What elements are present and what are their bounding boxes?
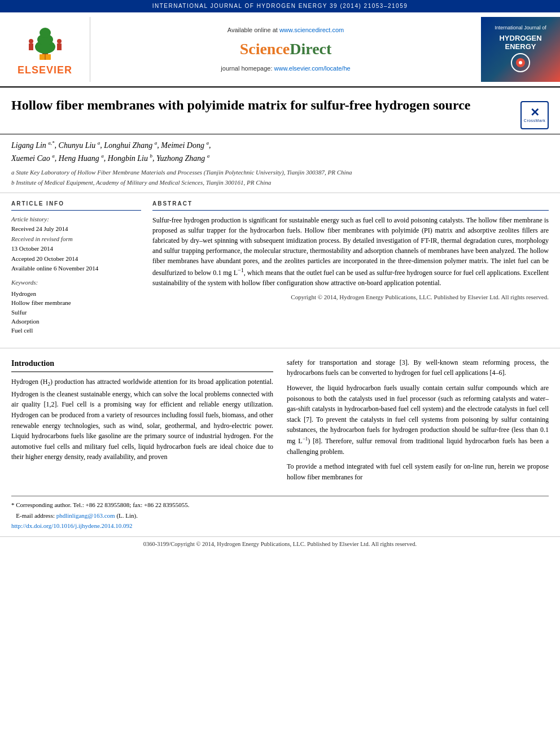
article-info-header: Article Info (11, 200, 141, 211)
bottom-copyright: 0360-3199/Copyright © 2014, Hydrogen Ene… (143, 541, 417, 547)
journal-logo-box: International Journal of HYDROGENENERGY (481, 17, 560, 82)
available-online-text: Available online at www.sciencedirect.co… (228, 26, 344, 34)
svg-point-3 (40, 28, 51, 38)
elsevier-wordmark: ELSEVIER (18, 63, 72, 77)
authors-section: Ligang Lin a,*, Chunyu Liu a, Longhui Zh… (0, 134, 560, 193)
sciencedirect-url: www.sciencedirect.com (279, 27, 344, 33)
footnote-corresponding: * Corresponding author. Tel.: +86 22 839… (11, 501, 549, 509)
page-header: ELSEVIER Available online at www.science… (0, 12, 560, 88)
article-info-col: Article Info Article history: Received 2… (11, 200, 141, 341)
email-link[interactable]: phdlinligang@163.com (56, 512, 115, 519)
abstract-text: Sulfur-free hydrogen production is signi… (152, 215, 549, 302)
intro-text-right-1: safety for transportation and storage [3… (287, 357, 549, 378)
header-middle: Available online at www.sciencedirect.co… (90, 17, 481, 82)
svg-point-6 (57, 39, 62, 43)
intro-title: Introduction (11, 357, 273, 373)
accepted-date: Accepted 20 October 2014 (11, 255, 141, 263)
received-date: Received 24 July 2014 (11, 225, 141, 233)
elsevier-tree-icon (23, 21, 68, 61)
journal-homepage-link[interactable]: www.elsevier.com/locate/he (274, 65, 351, 72)
affiliation-a: a State Key Laboratory of Hollow Fiber M… (11, 168, 549, 177)
body-col-left: Introduction Hydrogen (H2) production ha… (11, 357, 273, 487)
history-group: Article history: Received 24 July 2014 R… (11, 215, 141, 273)
doi-link[interactable]: http://dx.doi.org/10.1016/j.ijhydene.201… (11, 522, 133, 529)
journal-logo-name: HYDROGENENERGY (499, 34, 541, 51)
revised-label: Received in revised form (11, 235, 141, 243)
footnote-doi: http://dx.doi.org/10.1016/j.ijhydene.201… (11, 522, 549, 530)
sciencedirect-logo: ScienceDirect (240, 38, 332, 60)
keywords-group: Keywords: Hydrogen Hollow fiber membrane… (11, 278, 141, 335)
bottom-bar: 0360-3199/Copyright © 2014, Hydrogen Ene… (0, 536, 560, 552)
article-title: Hollow fiber membranes with polyimide ma… (11, 97, 511, 114)
affiliation-b: b Institute of Medical Equipment, Academ… (11, 178, 549, 187)
info-abstract-section: Article Info Article history: Received 2… (0, 193, 560, 348)
journal-homepage-text: journal homepage: www.elsevier.com/locat… (221, 64, 350, 73)
journal-logo-graphic (509, 51, 532, 74)
journal-header-bar: International Journal of Hydrogen Energy… (0, 0, 560, 12)
footnote-section: * Corresponding author. Tel.: +86 22 839… (11, 496, 549, 536)
sd-science: Science (240, 40, 290, 58)
keyword-hydrogen: Hydrogen (11, 290, 141, 298)
svg-point-12 (519, 61, 522, 64)
abstract-col: Abstract Sulfur-free hydrogen production… (152, 200, 549, 341)
sd-direct: Direct (290, 40, 331, 58)
svg-point-4 (29, 39, 33, 43)
elsevier-logo: ELSEVIER (0, 17, 90, 82)
history-label: Article history: (11, 215, 141, 224)
svg-rect-5 (29, 43, 33, 50)
svg-rect-7 (57, 43, 62, 50)
crossmark-x-icon: ✕ (530, 107, 540, 118)
abstract-header: Abstract (152, 200, 549, 211)
body-section: Introduction Hydrogen (H2) production ha… (0, 348, 560, 496)
body-col-right: safety for transportation and storage [3… (287, 357, 549, 487)
available-online-date: Available online 6 November 2014 (11, 264, 141, 273)
keyword-adsorption: Adsorption (11, 317, 141, 326)
journal-title-bar: International Journal of Hydrogen Energy… (152, 3, 408, 9)
keyword-hollow-fiber: Hollow fiber membrane (11, 299, 141, 307)
keyword-sulfur: Sulfur (11, 308, 141, 317)
abstract-copyright: Copyright © 2014, Hydrogen Energy Public… (152, 292, 549, 302)
body-two-col: Introduction Hydrogen (H2) production ha… (11, 357, 549, 487)
keywords-label: Keywords: (11, 278, 141, 287)
intro-text-left: Hydrogen (H2) production has attracted w… (11, 377, 273, 462)
crossmark-badge[interactable]: ✕ CrossMark (520, 101, 549, 129)
footnote-email: E-mail address: phdlinligang@163.com (L.… (11, 512, 549, 520)
article-title-section: Hollow fiber membranes with polyimide ma… (0, 88, 560, 134)
keyword-fuel-cell: Fuel cell (11, 326, 141, 335)
authors-line: Ligang Lin a,*, Chunyu Liu a, Longhui Zh… (11, 139, 549, 165)
crossmark-label: CrossMark (524, 118, 545, 124)
journal-logo-title: International Journal of (495, 25, 546, 32)
intro-text-right-2: However, the liquid hydrocarbon fuels us… (287, 383, 549, 457)
revised-date: 13 October 2014 (11, 244, 141, 253)
intro-text-right-3: To provide a method integrated with fuel… (287, 461, 549, 482)
